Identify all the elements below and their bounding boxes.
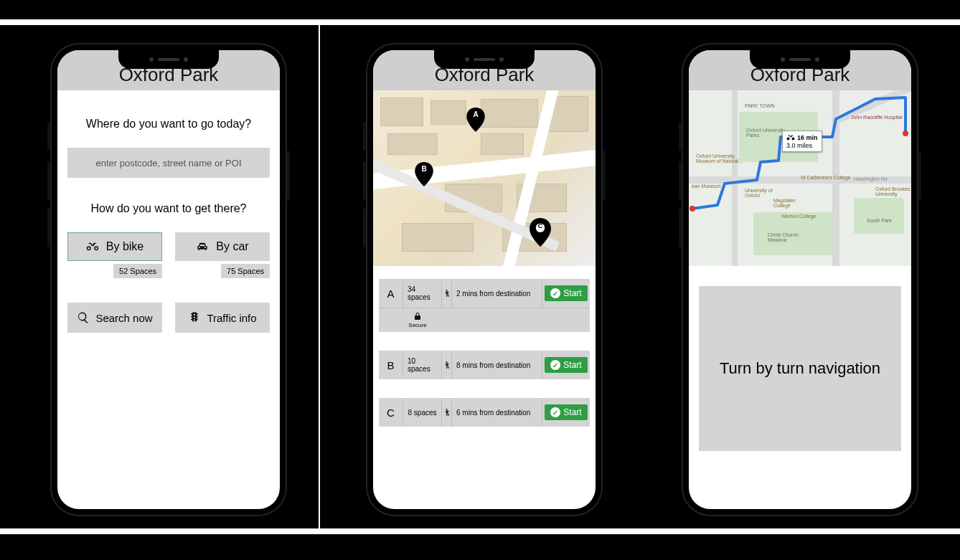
destination-input[interactable]: enter postcode, street name or POI bbox=[67, 148, 270, 178]
result-id: B bbox=[379, 351, 403, 379]
secure-label: Secure bbox=[408, 322, 426, 328]
result-id: C bbox=[379, 398, 403, 427]
result-row-a[interactable]: A 34 spaces 2 mins from destination ✓ St… bbox=[379, 279, 590, 308]
map-label: Oxford University Museum of Natural... bbox=[696, 153, 746, 163]
map-pin-c[interactable]: C bbox=[530, 218, 551, 247]
result-id: A bbox=[379, 279, 403, 308]
bike-spaces-badge: 52 Spaces bbox=[113, 264, 162, 278]
map-label: Oxford Brookes University bbox=[875, 186, 911, 196]
search-now-button[interactable]: Search now bbox=[67, 303, 162, 333]
map-label: ean Museum bbox=[692, 184, 720, 189]
result-distance: 8 mins from destination bbox=[452, 351, 542, 379]
prompt-mode: How do you want to get there? bbox=[67, 202, 270, 215]
walk-icon bbox=[443, 361, 451, 369]
map-label: Merton College bbox=[782, 214, 825, 219]
map-pin-b[interactable]: B bbox=[415, 162, 433, 186]
map-label: Magdalen College bbox=[773, 198, 809, 208]
map-label: South Park bbox=[867, 218, 892, 223]
result-distance: 2 mins from destination bbox=[452, 279, 542, 308]
svg-point-1 bbox=[690, 206, 695, 212]
route-distance: 3.0 miles bbox=[786, 142, 818, 149]
results-map[interactable]: A B C bbox=[373, 90, 596, 266]
car-icon bbox=[196, 240, 209, 253]
check-icon: ✓ bbox=[550, 288, 560, 298]
traffic-info-button[interactable]: Traffic info bbox=[175, 303, 270, 333]
car-spaces-badge: 75 Spaces bbox=[221, 264, 270, 278]
walk-icon bbox=[443, 289, 451, 298]
svg-point-2 bbox=[903, 130, 908, 136]
result-distance: 6 mins from destination bbox=[452, 398, 542, 427]
traffic-icon bbox=[188, 311, 201, 324]
result-spaces: 8 spaces bbox=[403, 398, 442, 427]
prompt-destination: Where do you want to go today? bbox=[67, 118, 270, 130]
start-button-b[interactable]: ✓ Start bbox=[545, 357, 587, 373]
route-info-box: 16 min 3.0 miles bbox=[782, 130, 822, 152]
bike-icon bbox=[86, 240, 99, 253]
result-spaces: 10 spaces bbox=[403, 351, 442, 379]
result-row-c[interactable]: C 8 spaces 6 mins from destination ✓ Sta… bbox=[379, 398, 590, 427]
map-label: PARK TOWN bbox=[745, 103, 775, 108]
result-spaces: 34 spaces bbox=[403, 279, 442, 308]
phone-mockup-navigation: Oxford Park PARK TOWN Oxford University … bbox=[682, 43, 918, 516]
start-button-a[interactable]: ✓ Start bbox=[545, 285, 587, 301]
search-icon bbox=[77, 311, 90, 324]
mode-bike-label: By bike bbox=[106, 240, 143, 253]
mode-bike-button[interactable]: By bike bbox=[67, 232, 162, 261]
bike-icon bbox=[786, 133, 795, 142]
lock-icon bbox=[413, 312, 422, 321]
navigation-map[interactable]: PARK TOWN Oxford University Parks Oxford… bbox=[689, 90, 911, 266]
walk-icon bbox=[443, 408, 451, 417]
map-label: St Catherine's College bbox=[801, 175, 851, 180]
map-label: Headington Rd bbox=[854, 176, 888, 181]
map-label: Christ Church Meadow bbox=[768, 232, 811, 242]
turn-by-turn-panel: Turn by turn navigation bbox=[699, 286, 901, 451]
map-label: University of Oxford bbox=[745, 188, 781, 198]
traffic-info-label: Traffic info bbox=[207, 312, 256, 324]
map-label: John Radcliffe Hospital bbox=[851, 115, 908, 120]
phone-mockup-results: Oxford Park A B C bbox=[366, 43, 603, 516]
search-now-label: Search now bbox=[95, 312, 152, 324]
result-row-a-extra: A Secure bbox=[379, 308, 590, 332]
phone-mockup-search: Oxford Park Where do you want to go toda… bbox=[50, 43, 287, 516]
start-button-c[interactable]: ✓ Start bbox=[545, 404, 587, 420]
check-icon: ✓ bbox=[550, 407, 560, 417]
map-pin-a[interactable]: A bbox=[466, 108, 485, 132]
mode-car-label: By car bbox=[216, 240, 248, 253]
route-time: 16 min bbox=[797, 134, 818, 141]
mode-car-button[interactable]: By car bbox=[175, 232, 270, 261]
result-row-b[interactable]: B 10 spaces 8 mins from destination ✓ St… bbox=[379, 351, 590, 379]
check-icon: ✓ bbox=[550, 360, 560, 370]
